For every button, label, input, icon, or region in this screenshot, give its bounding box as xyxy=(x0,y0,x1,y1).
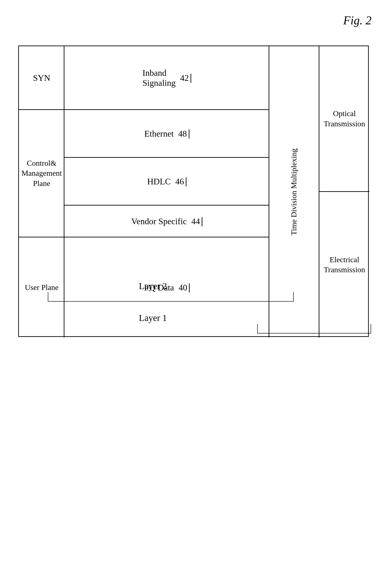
figure-label: Fig. 2 xyxy=(343,14,372,27)
tdm-box: Time Division Multiplexing xyxy=(269,46,319,338)
ethernet-box: Ethernet 48 xyxy=(64,110,269,158)
vendor-specific-box: Vendor Specific 44 xyxy=(64,206,269,237)
left-column: SYN Control&ManagementPlane User Plane xyxy=(19,46,64,338)
user-plane-box: User Plane xyxy=(19,237,64,338)
electrical-transmission-label: ElectricalTransmission xyxy=(324,255,365,275)
optical-transmission-box: OpticalTransmission xyxy=(319,46,370,192)
inband-signaling-label: InbandSignaling xyxy=(142,68,176,88)
vendor-number: 44 xyxy=(191,216,202,226)
ethernet-label: Ethernet xyxy=(144,129,174,139)
hdlc-box: HDLC 46 xyxy=(64,158,269,206)
middle-column: InbandSignaling 42 Ethernet 48 H xyxy=(64,46,269,338)
far-right-column: OpticalTransmission ElectricalTransmissi… xyxy=(319,46,370,338)
diagram: SYN Control&ManagementPlane User Plane I… xyxy=(18,45,369,337)
iq-number: 40 xyxy=(178,283,190,292)
layer1-bracket xyxy=(257,333,371,333)
user-plane-label: User Plane xyxy=(25,283,58,292)
hdlc-label: HDLC xyxy=(147,176,171,186)
layer2-bracket xyxy=(48,301,294,302)
hdlc-number: 46 xyxy=(175,176,186,186)
control-management-box: Control&ManagementPlane xyxy=(19,110,64,237)
ethernet-number: 48 xyxy=(178,129,189,139)
layer1-label: Layer 1 xyxy=(139,312,167,323)
syn-label: SYN xyxy=(33,73,50,83)
layer2-label: Layer 2 xyxy=(139,281,167,291)
inband-number: 42 xyxy=(180,73,191,83)
control-management-label: Control&ManagementPlane xyxy=(21,158,62,188)
optical-transmission-label: OpticalTransmission xyxy=(324,109,365,129)
outer-box: SYN Control&ManagementPlane User Plane I… xyxy=(18,45,369,337)
syn-box: SYN xyxy=(19,46,64,110)
inband-signaling-box: InbandSignaling 42 xyxy=(64,46,269,110)
tdm-label: Time Division Multiplexing xyxy=(289,148,299,235)
electrical-transmission-box: ElectricalTransmission xyxy=(319,192,370,338)
vendor-specific-label: Vendor Specific xyxy=(131,216,187,226)
